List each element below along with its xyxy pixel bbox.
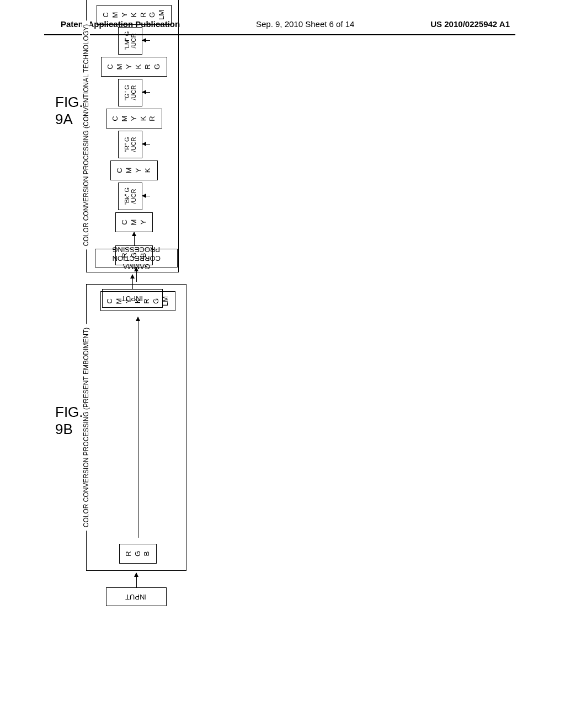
cmykr-box-9a: C M Y K R: [105, 109, 162, 129]
rgb-box-9b: R G B: [119, 544, 157, 564]
input-box-9b: INPUT: [106, 587, 167, 606]
figure-9b-label: FIG. 9B: [55, 404, 83, 438]
ucr-g-box: "G" G /UCR: [118, 79, 142, 106]
figure-label-column: FIG. 9A FIG. 9B: [55, 83, 83, 662]
figure-content: FIG. 9A FIG. 9B INPUT COLOR CONVERSION P…: [55, 83, 486, 662]
cmykrglm-box-9b: C M Y K R G LM: [100, 291, 175, 311]
diagrams-column: INPUT COLOR CONVERSION PROCESSING (CONVE…: [83, 83, 565, 662]
cmykrg-box-9a: C M Y K R G: [101, 57, 167, 77]
arrow-icon: [137, 317, 138, 538]
arrow-icon: [136, 573, 136, 587]
arrow-icon: [142, 144, 150, 145]
ucr-lm-box: "LM" G /UCR: [118, 27, 142, 55]
gamma-box-9b: GAMMA CORRECTION PROCESSING: [95, 249, 178, 267]
ccp-title-9b: COLOR CONVERSION PROCESSING (PRESENT EMB…: [82, 324, 90, 531]
arrow-icon: [142, 93, 150, 93]
arrow-icon: [142, 41, 150, 41]
figure-9a-label: FIG. 9A: [55, 94, 83, 128]
ccp-container-9b: COLOR CONVERSION PROCESSING (PRESENT EMB…: [86, 284, 186, 571]
ucr-r-box: "R" G /UCR: [118, 131, 142, 158]
cmykrglm-box-9a: C M Y K R G LM: [97, 5, 172, 25]
figure-9b-diagram: INPUT COLOR CONVERSION PROCESSING (PRESE…: [83, 375, 565, 662]
